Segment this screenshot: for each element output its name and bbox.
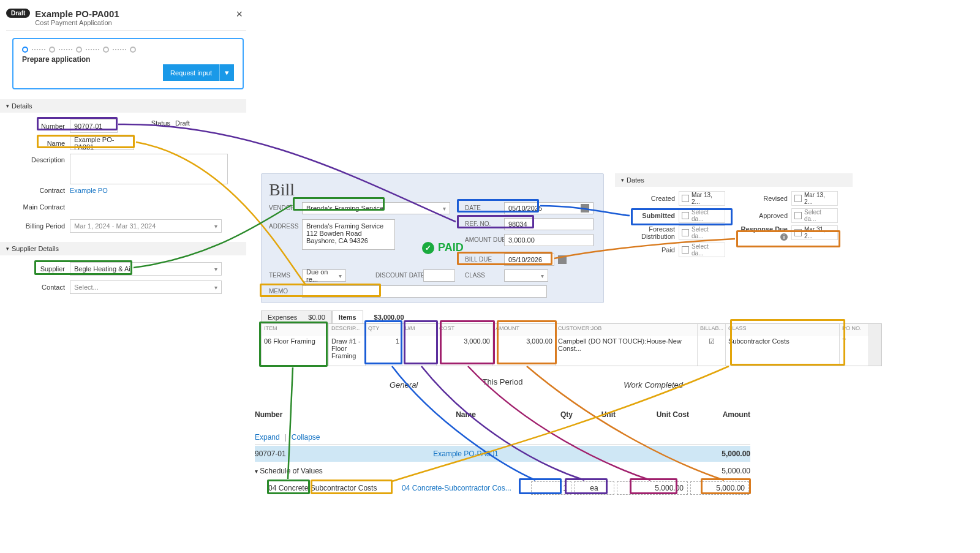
workflow-steps	[22, 47, 234, 53]
number-field[interactable]: 90707-01	[70, 119, 118, 133]
class-select[interactable]: ▾	[504, 269, 548, 282]
chevron-down-icon: ▾	[6, 242, 9, 255]
cell-pono[interactable]: 7	[840, 336, 869, 366]
terms-select[interactable]: Due on re...▾	[302, 269, 346, 282]
request-input-caret[interactable]: ▾	[219, 64, 234, 81]
scroll-track[interactable]	[869, 336, 881, 366]
submitted-date[interactable]: Select da...	[679, 208, 725, 223]
sched-label[interactable]: Schedule of Values	[260, 467, 323, 475]
paid-text: PAID	[438, 241, 464, 254]
cell-item[interactable]: 06 Floor Framing	[262, 336, 329, 366]
col-qty: Qty	[530, 410, 573, 419]
cell-qty[interactable]: 1	[366, 336, 402, 366]
workflow-step-2	[49, 47, 55, 53]
cell-billable[interactable]: ☑	[698, 336, 726, 366]
tab-items-amt: $3,000.00	[363, 314, 404, 321]
description-field[interactable]	[70, 154, 228, 184]
col-number: Number	[255, 410, 402, 419]
billdue-label: BILL DUE	[465, 256, 492, 263]
bill-date-field[interactable]: 05/10/2025	[504, 202, 594, 214]
tab-expenses[interactable]: Expenses $0.00	[261, 310, 332, 324]
line-qty-field[interactable]: 1	[531, 481, 571, 495]
col-desc: DESCRIP...	[329, 324, 366, 336]
name-field[interactable]: Example PO-PA001	[70, 137, 134, 150]
amountdue-field: 3,000.00	[504, 234, 594, 246]
memo-field[interactable]	[302, 285, 547, 298]
cell-class[interactable]: Subcontractor Costs	[726, 336, 840, 366]
supplier-select[interactable]: Begle Heating & Air▾	[70, 262, 222, 276]
paid-date[interactable]: Select da...	[679, 243, 725, 257]
request-input-button[interactable]: Request input	[163, 64, 219, 81]
cell-um[interactable]	[402, 336, 437, 366]
submitted-label: Submitted	[615, 212, 675, 219]
vendor-select[interactable]: Brenda's Framing Service▾	[302, 202, 450, 214]
billdue-value: 05/10/2026	[508, 256, 542, 263]
forecast-date[interactable]: Select da...	[679, 225, 725, 240]
line-unitcost-field[interactable]: 5,000.00	[617, 481, 688, 495]
line-name[interactable]: 04 Concrete-Subcontractor Cos...	[402, 484, 511, 492]
contract-link[interactable]: Example PO	[70, 187, 108, 194]
col-unitcost: Unit Cost	[616, 410, 689, 419]
summary-number: 90707-01	[255, 450, 402, 458]
bill-heading: Bill	[269, 180, 596, 200]
approved-date[interactable]: Select da...	[791, 208, 838, 223]
close-icon[interactable]: ×	[232, 9, 246, 20]
created-date[interactable]: Mar 13, 2...	[679, 191, 725, 206]
line-class: Subcontractor Costs	[311, 484, 377, 492]
calendar-icon	[682, 246, 689, 254]
line-amount-field[interactable]: 5,000.00	[690, 481, 749, 495]
collapse-link[interactable]: Collapse	[292, 433, 320, 442]
section-supplier[interactable]: ▾ Supplier Details	[0, 242, 246, 255]
discount-date-field[interactable]	[423, 269, 455, 282]
sched-amount: 5,000.00	[689, 467, 750, 475]
section-details[interactable]: ▾ Details	[0, 99, 246, 113]
refno-field[interactable]: 98034	[504, 218, 594, 230]
workflow-step-4	[103, 47, 109, 53]
info-icon[interactable]: i	[780, 233, 788, 241]
class-label: CLASS	[465, 272, 485, 279]
summary-name[interactable]: Example PO-PA001	[402, 450, 530, 458]
address-field[interactable]: Brenda's Framing Service 112 Bowden Road…	[302, 219, 395, 250]
revised-date[interactable]: Mar 13, 2...	[791, 191, 838, 206]
workflow-step-5	[130, 47, 136, 53]
approved-label: Approved	[740, 212, 788, 219]
billing-period-field[interactable]: Mar 1, 2024 - Mar 31, 2024▾	[70, 219, 222, 233]
date-label: DATE	[465, 205, 481, 211]
calendar-icon	[682, 195, 689, 202]
cell-cost[interactable]: 3,000.00	[437, 336, 493, 366]
expand-link[interactable]: Expand	[255, 433, 280, 442]
contact-select[interactable]: Select...▾	[70, 280, 222, 294]
calendar-icon[interactable]	[558, 255, 567, 264]
section-dates-label: Dates	[627, 173, 644, 187]
bill-date-value: 05/10/2025	[508, 205, 542, 212]
chevron-down-icon: ▾	[6, 99, 9, 113]
check-icon: ✓	[422, 242, 434, 254]
chevron-down-icon: ▾	[214, 284, 217, 291]
calendar-icon	[682, 229, 689, 236]
cell-amt[interactable]: 3,000.00	[493, 336, 556, 366]
group-work: Work Completed	[624, 380, 683, 395]
col-amt: AMOUNT	[493, 324, 556, 336]
cell-desc[interactable]: Draw #1 - Floor Framing	[329, 336, 366, 366]
workflow-label: Prepare application	[22, 55, 234, 64]
col-unit: Unit	[573, 410, 616, 419]
paid-stamp: ✓ PAID	[422, 241, 464, 254]
main-contract-label: Main Contract	[7, 203, 65, 211]
terms-label: TERMS	[269, 272, 290, 279]
line-unit-field[interactable]: ea	[574, 481, 614, 495]
cell-cust[interactable]: Campbell (DO NOT TOUCH):House-New Const.…	[556, 336, 698, 366]
forecast-label: Forecast Distribution	[615, 225, 675, 240]
calendar-icon	[794, 212, 802, 219]
col-qty: QTY	[366, 324, 402, 336]
calendar-icon	[794, 229, 802, 236]
tab-expenses-label: Expenses	[268, 314, 297, 321]
section-dates[interactable]: ▾ Dates	[615, 173, 853, 187]
kebab-icon[interactable]: ⋮	[515, 483, 525, 494]
workflow-card: Prepare application Request input ▾	[12, 38, 244, 89]
col-cust: CUSTOMER:JOB	[556, 324, 698, 336]
col-item: ITEM	[262, 324, 329, 336]
responsedue-date[interactable]: Mar 31, 2...	[791, 225, 838, 240]
billdue-field[interactable]: 05/10/2026	[504, 254, 554, 266]
tab-items[interactable]: Items	[332, 310, 363, 324]
col-name: Name	[402, 410, 530, 419]
